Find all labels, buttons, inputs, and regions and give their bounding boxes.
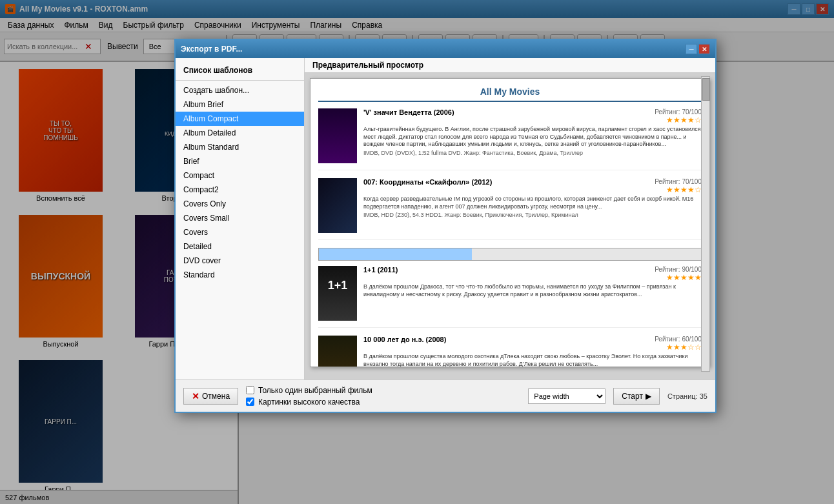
preview-title-1: 'V' значит Вендетта (2006) (363, 108, 454, 116)
preview-header: Предварительный просмотр (305, 58, 715, 73)
dialog-close-button[interactable]: ✕ (698, 44, 710, 54)
cancel-label: Отмена (202, 392, 230, 401)
cancel-icon: ✕ (192, 391, 199, 401)
high-quality-label: Картинки высокого качества (258, 398, 360, 407)
preview-meta-1: IMDB, DVD (DVDX), 1:52 fullma DVD. Жанр:… (363, 150, 702, 156)
high-quality-row: Картинки высокого качества (246, 398, 520, 407)
checkbox-group: Только один выбранный фильм Картинки выс… (246, 386, 520, 407)
template-covers-only[interactable]: Covers Only (176, 197, 304, 211)
preview-desc-3: В далёком прошлом Дракоса, тот что что-т… (363, 283, 702, 298)
templates-header: Список шаблонов (176, 63, 304, 81)
preview-movie-4: 10 000 лет до н.э. (2008) Рейтинг: 60/10… (318, 336, 702, 367)
only-selected-label: Только один выбранный фильм (258, 386, 372, 395)
preview-stars-1: ★★★★☆ (666, 116, 702, 125)
page-width-select[interactable]: Page width Full page Custom (528, 388, 605, 404)
preview-stars-2: ★★★★☆ (666, 185, 702, 194)
preview-info-3: 1+1 (2011) Рейтинг: 90/100 ★★★★★ В далёк… (363, 266, 702, 321)
preview-title-2: 007: Координаты «Скайфолл» (2012) (363, 178, 492, 186)
template-covers[interactable]: Covers (176, 225, 304, 239)
preview-desc-1: Альт-гравитейнная будущего. В Англии, по… (363, 126, 702, 148)
preview-info-1: 'V' значит Вендетта (2006) Рейтинг: 70/1… (363, 108, 702, 163)
dialog-body: Список шаблонов Создать шаблон... Album … (176, 58, 715, 379)
template-album-compact[interactable]: Album Compact (176, 112, 304, 126)
preview-rating-1: Рейтинг: 70/100 (655, 108, 702, 116)
only-selected-row: Только один выбранный фильм (246, 386, 520, 395)
preview-content[interactable]: All My Movies 'V' значит Вендетта (2006)… (310, 78, 710, 367)
high-quality-checkbox[interactable] (246, 398, 254, 406)
template-album-detailed[interactable]: Album Detailed (176, 126, 304, 140)
preview-poster-3: 1+1 (318, 266, 357, 321)
pdf-export-dialog: Экспорт в PDF... ─ ✕ Список шаблонов Соз… (174, 39, 717, 413)
preview-poster-1 (318, 108, 357, 163)
preview-poster-4 (318, 336, 357, 367)
progress-bar (318, 248, 702, 261)
preview-stars-3: ★★★★★ (666, 273, 702, 282)
only-selected-checkbox[interactable] (246, 386, 254, 394)
template-covers-small[interactable]: Covers Small (176, 211, 304, 225)
preview-panel: Предварительный просмотр All My Movies '… (305, 58, 715, 379)
start-label: Старт (622, 392, 643, 401)
start-icon: ▶ (646, 392, 651, 401)
dialog-footer: ✕ Отмена Только один выбранный фильм Кар… (176, 379, 715, 412)
preview-rating-3: Рейтинг: 90/100 (655, 266, 702, 273)
preview-movie-2: 007: Координаты «Скайфолл» (2012) Рейтин… (318, 178, 702, 240)
dialog-minimize-button[interactable]: ─ (686, 44, 697, 54)
preview-scrollbar-thumb[interactable] (702, 78, 710, 101)
cancel-button[interactable]: ✕ Отмена (183, 388, 238, 405)
template-album-standard[interactable]: Album Standard (176, 140, 304, 154)
template-album-brief[interactable]: Album Brief (176, 97, 304, 112)
preview-meta-2: IMDB, HDD (Z30), 54.3 HDD1. Жанр: Боевик… (363, 212, 702, 218)
template-compact2[interactable]: Compact2 (176, 183, 304, 197)
preview-info-2: 007: Координаты «Скайфолл» (2012) Рейтин… (363, 178, 702, 233)
preview-stars-4: ★★★☆☆ (666, 343, 702, 352)
template-compact[interactable]: Compact (176, 168, 304, 183)
template-create[interactable]: Создать шаблон... (176, 83, 304, 97)
preview-rating-4: Рейтинг: 60/100 (655, 336, 702, 343)
preview-desc-4: В далёком прошлом существа молодого охот… (363, 353, 702, 367)
template-brief[interactable]: Brief (176, 154, 304, 168)
preview-title-4: 10 000 лет до н.э. (2008) (363, 336, 446, 343)
dialog-overlay: Экспорт в PDF... ─ ✕ Список шаблонов Соз… (0, 0, 834, 504)
template-dvd-cover[interactable]: DVD cover (176, 254, 304, 268)
preview-scrollbar[interactable] (701, 76, 710, 372)
template-standard[interactable]: Standard (176, 268, 304, 282)
preview-page-title: All My Movies (318, 86, 702, 102)
preview-page: All My Movies 'V' значит Вендетта (2006)… (310, 79, 709, 367)
template-detailed[interactable]: Detailed (176, 239, 304, 254)
preview-info-4: 10 000 лет до н.э. (2008) Рейтинг: 60/10… (363, 336, 702, 367)
preview-movie-1: 'V' значит Вендетта (2006) Рейтинг: 70/1… (318, 108, 702, 170)
preview-poster-2 (318, 178, 357, 233)
template-panel: Список шаблонов Создать шаблон... Album … (176, 58, 305, 379)
start-button[interactable]: Старт ▶ (613, 388, 660, 405)
preview-title-3: 1+1 (2011) (363, 266, 398, 274)
pages-counter: Страниц: 35 (667, 392, 707, 400)
dialog-title: Экспорт в PDF... (181, 45, 686, 54)
preview-movie-3: 1+1 1+1 (2011) Рейтинг: 90/100 ★★★★★ (318, 266, 702, 328)
dialog-titlebar: Экспорт в PDF... ─ ✕ (176, 40, 715, 58)
preview-desc-2: Когда сервер разведывательные IM под угр… (363, 196, 702, 210)
dialog-controls: ─ ✕ (686, 44, 710, 54)
preview-rating-2: Рейтинг: 70/100 (655, 178, 702, 185)
